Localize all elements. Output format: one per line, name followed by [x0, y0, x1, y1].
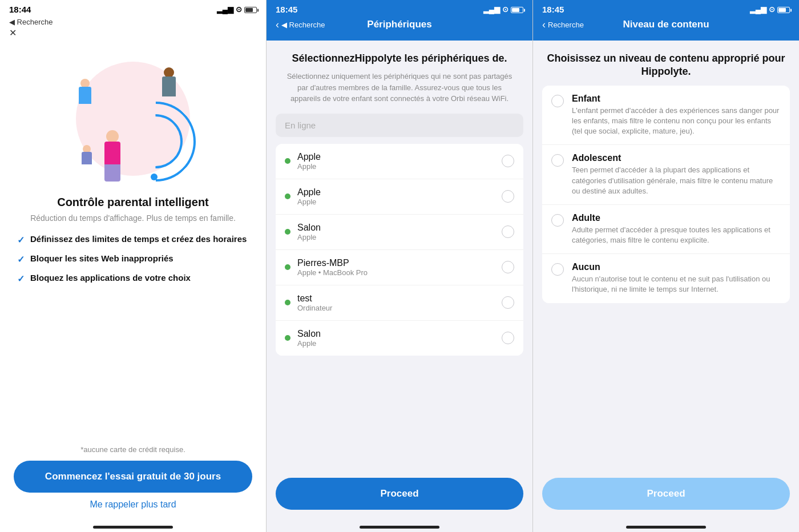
- feature-text-1: Définissez des limites de temps et créez…: [30, 234, 247, 244]
- device-sub-3: Apple • MacBook Pro: [297, 268, 495, 277]
- device-info-4: test Ordinateur: [297, 293, 495, 312]
- radio-0[interactable]: [502, 155, 514, 167]
- device-item-3[interactable]: Pierres-MBP Apple • MacBook Pro: [276, 250, 523, 285]
- level-desc-3: Aucun n'autorise tout le contenu et ne s…: [572, 274, 781, 295]
- figure-child: [82, 145, 92, 164]
- wifi-icon-1: ⊙: [236, 5, 242, 14]
- wifi-dot: [151, 174, 158, 180]
- check-icon-1: ✓: [17, 235, 25, 245]
- level-item-3[interactable]: Aucun Aucun n'autorise tout le contenu e…: [542, 254, 790, 303]
- main-subtitle: Réduction du temps d'affichage. Plus de …: [30, 213, 236, 223]
- online-dot-5: [285, 335, 290, 341]
- device-sub-2: Apple: [297, 233, 495, 241]
- fig-body-main: [104, 142, 120, 164]
- battery-icon-2: [511, 7, 523, 13]
- signal-icon-2: ▂▄▆: [483, 5, 500, 14]
- radio-5[interactable]: [502, 332, 514, 344]
- proceed-wrap-3: Proceed: [533, 471, 799, 521]
- status-bar-1: 18:44 ▂▄▆ ⊙: [0, 0, 266, 17]
- screen-2: 18:45 ▂▄▆ ⊙ ‹ ◀ Recherche Périphériques …: [267, 0, 533, 532]
- level-text-0: Enfant L'enfant permet d'accéder à des e…: [572, 94, 781, 137]
- time-2: 18:45: [276, 5, 297, 14]
- level-text-3: Aucun Aucun n'autorise tout le contenu e…: [572, 262, 781, 295]
- online-filter-box[interactable]: En ligne: [276, 114, 523, 137]
- feature-item-3: ✓ Bloquez les applications de votre choi…: [17, 273, 249, 284]
- feature-text-3: Bloquez les applications de votre choix: [30, 273, 191, 283]
- fig-head-main: [106, 130, 119, 143]
- level-name-2: Adulte: [572, 213, 781, 223]
- blue-header-2: 18:45 ▂▄▆ ⊙ ‹ ◀ Recherche Périphériques: [267, 0, 532, 41]
- screen1-bottom: *aucune carte de crédit requise. Commenc…: [0, 445, 266, 521]
- blue-header-3: 18:45 ▂▄▆ ⊙ ‹ Recherche Niveau de conten…: [533, 0, 799, 41]
- status-bar-3: 18:45 ▂▄▆ ⊙: [533, 0, 799, 17]
- header-title-3: Niveau de contenu: [623, 19, 709, 30]
- device-item-1[interactable]: Apple Apple: [276, 179, 523, 215]
- level-radio-2[interactable]: [551, 214, 564, 227]
- level-item-2[interactable]: Adulte Adulte permet d'accéder à presque…: [542, 205, 790, 254]
- hero-illustration: [59, 50, 207, 187]
- fig-legs-main: [104, 164, 120, 182]
- device-sub-0: Apple: [297, 162, 495, 171]
- radio-2[interactable]: [502, 225, 514, 238]
- chevron-left-3: ‹: [542, 19, 546, 31]
- proceed-button-3[interactable]: Proceed: [542, 478, 790, 510]
- battery-icon-1: [244, 7, 257, 13]
- content-level-list: Enfant L'enfant permet d'accéder à des e…: [542, 86, 790, 303]
- figure-dark: [162, 67, 176, 96]
- figure-main: [104, 130, 120, 182]
- device-name-2: Salon: [297, 223, 495, 233]
- home-indicator-3: [626, 526, 706, 529]
- device-name-3: Pierres-MBP: [297, 258, 495, 268]
- device-item-5[interactable]: Salon Apple: [276, 321, 523, 356]
- level-name-1: Adolescent: [572, 153, 781, 163]
- level-radio-3[interactable]: [551, 263, 564, 276]
- level-desc-0: L'enfant permet d'accéder à des expérien…: [572, 106, 781, 137]
- section-title-3: Choisissez un niveau de contenu appropri…: [542, 52, 790, 79]
- device-info-3: Pierres-MBP Apple • MacBook Pro: [297, 258, 495, 277]
- check-icon-2: ✓: [17, 254, 25, 265]
- proceed-button-2[interactable]: Proceed: [276, 478, 523, 510]
- signal-icon-1: ▂▄▆: [217, 5, 233, 14]
- device-name-1: Apple: [297, 187, 495, 198]
- battery-icon-3: [777, 7, 790, 13]
- device-item-4[interactable]: test Ordinateur: [276, 285, 523, 321]
- back-btn-2[interactable]: ‹ ◀ Recherche: [276, 19, 325, 31]
- level-name-0: Enfant: [572, 94, 781, 104]
- radio-3[interactable]: [502, 261, 514, 273]
- level-radio-1[interactable]: [551, 154, 564, 167]
- feature-item-1: ✓ Définissez des limites de temps et cré…: [17, 234, 249, 245]
- device-sub-4: Ordinateur: [297, 304, 495, 312]
- fig-body-blue: [79, 87, 91, 104]
- screen3-body: Choisissez un niveau de contenu appropri…: [533, 41, 799, 471]
- radio-4[interactable]: [502, 296, 514, 309]
- screen-1: 18:44 ▂▄▆ ⊙ ◀ Recherche ✕: [0, 0, 267, 532]
- figure-blue: [79, 79, 91, 104]
- device-sub-5: Apple: [297, 339, 495, 348]
- online-dot-3: [285, 264, 290, 270]
- level-name-3: Aucun: [572, 262, 781, 272]
- remind-link[interactable]: Me rappeler plus tard: [90, 499, 176, 510]
- device-item-2[interactable]: Salon Apple: [276, 215, 523, 250]
- status-icons-1: ▂▄▆ ⊙: [217, 5, 257, 14]
- level-item-1[interactable]: Adolescent Teen permet d'accéder à la pl…: [542, 145, 790, 205]
- back-btn-3[interactable]: ‹ Recherche: [542, 19, 584, 31]
- device-sub-1: Apple: [297, 198, 495, 206]
- radio-1[interactable]: [502, 190, 514, 203]
- check-icon-3: ✓: [17, 273, 25, 284]
- section-title-2: SélectionnezHippolyte les périphériques …: [276, 52, 523, 65]
- home-indicator-2: [360, 526, 439, 529]
- time-1: 18:44: [9, 5, 31, 14]
- level-radio-0[interactable]: [551, 95, 564, 107]
- device-item-0[interactable]: Apple Apple: [276, 144, 523, 179]
- battery-fill-2: [512, 8, 519, 12]
- close-btn-1[interactable]: ✕: [9, 27, 53, 38]
- trial-button[interactable]: Commencez l'essai gratuit de 30 jours: [14, 461, 252, 493]
- main-title: Contrôle parental intelligent: [57, 196, 209, 209]
- wifi-icon-3: ⊙: [769, 5, 775, 14]
- battery-fill-3: [778, 8, 786, 12]
- battery-fill-1: [245, 8, 253, 12]
- level-item-0[interactable]: Enfant L'enfant permet d'accéder à des e…: [542, 86, 790, 146]
- online-dot-2: [285, 229, 290, 235]
- back-text-3: Recherche: [548, 21, 584, 29]
- back-label-1[interactable]: ◀ Recherche: [9, 18, 53, 26]
